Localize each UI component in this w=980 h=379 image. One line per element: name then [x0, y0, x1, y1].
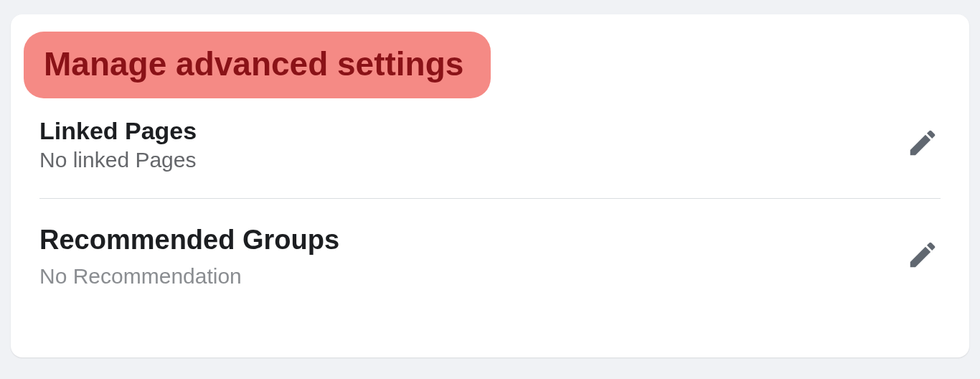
setting-row-recommended-groups: Recommended Groups No Recommendation: [39, 220, 941, 301]
setting-title: Recommended Groups: [39, 225, 339, 256]
settings-card: Manage advanced settings Linked Pages No…: [11, 14, 969, 357]
setting-subtitle: No Recommendation: [39, 264, 339, 289]
edit-linked-pages-button[interactable]: [905, 126, 941, 162]
page-title: Manage advanced settings: [44, 46, 463, 83]
pencil-icon: [906, 126, 939, 162]
setting-row-linked-pages: Linked Pages No linked Pages: [39, 113, 941, 185]
setting-title: Linked Pages: [39, 117, 197, 145]
setting-text-block: Linked Pages No linked Pages: [39, 117, 197, 172]
setting-subtitle: No linked Pages: [39, 148, 197, 172]
setting-text-block: Recommended Groups No Recommendation: [39, 225, 339, 289]
divider: [39, 198, 941, 199]
pencil-icon: [906, 238, 939, 274]
edit-recommended-groups-button[interactable]: [905, 238, 941, 274]
highlighted-header: Manage advanced settings: [24, 32, 491, 98]
